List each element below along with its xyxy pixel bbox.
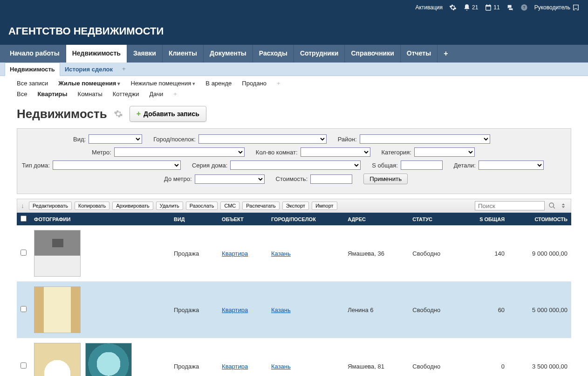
filter-row-1-item-2[interactable]: Нежилые помещения: [130, 80, 195, 87]
table-row: ПродажаКвартираКазаньЯмашева, 36Свободно…: [17, 225, 571, 282]
toolbar-btn-0[interactable]: Редактировать: [29, 202, 72, 210]
toolbar-btn-5[interactable]: СМС: [220, 202, 239, 210]
subnav-tab-0[interactable]: Недвижимость: [5, 63, 60, 76]
subnav-tab-1[interactable]: История сделок: [60, 63, 117, 76]
nav-tab-0[interactable]: Начало работы: [4, 45, 66, 63]
city-link[interactable]: Казань: [271, 306, 291, 313]
city-select[interactable]: [198, 134, 327, 144]
details-select[interactable]: [479, 160, 544, 170]
toolbar-btn-2[interactable]: Архивировать: [112, 202, 153, 210]
nav-tab-7[interactable]: Справочники: [345, 45, 400, 63]
row-checkbox[interactable]: [21, 362, 27, 369]
add-record-button[interactable]: +Добавить запись: [130, 106, 206, 122]
district-select[interactable]: [360, 134, 490, 144]
subnav-add[interactable]: +: [117, 63, 130, 76]
row-checkbox[interactable]: [21, 306, 27, 312]
nav-tab-4[interactable]: Документы: [204, 45, 253, 63]
filter-row-2-item-1[interactable]: Квартиры: [37, 91, 67, 97]
page-settings-icon[interactable]: [114, 109, 123, 118]
col-2[interactable]: ВИД: [170, 213, 218, 225]
filter-row-1-item-4[interactable]: Продано: [242, 80, 267, 87]
header-top-right: Активация 21 11 ? Руководитель: [415, 4, 580, 11]
filter-row-1-add[interactable]: +: [277, 80, 280, 87]
search-form: Вид: Город/поселок: Район: Метро: Кол-во…: [17, 128, 571, 194]
obj-link[interactable]: Квартира: [222, 250, 248, 257]
sort-icon[interactable]: [560, 202, 567, 210]
col-4[interactable]: ГОРОД/ПОСЕЛОК: [267, 213, 344, 225]
select-arrow-icon[interactable]: ↓: [21, 202, 24, 209]
grid-search-input[interactable]: [475, 201, 545, 210]
table-row: ПродажаКвартираКазаньЛенина 6Свободно605…: [17, 282, 571, 338]
apply-button[interactable]: Применить: [363, 174, 408, 184]
photo-thumb[interactable]: [34, 286, 81, 333]
filter-row-2: ВсеКвартирыКомнатыКоттеджиДачи+: [0, 87, 588, 97]
obj-link[interactable]: Квартира: [222, 363, 248, 370]
bell-icon[interactable]: 21: [463, 4, 478, 11]
rooms-select[interactable]: [301, 147, 370, 157]
col-7[interactable]: S ОБЩАЯ: [461, 213, 509, 225]
settings-icon[interactable]: [449, 4, 457, 11]
nav-tab-1[interactable]: Недвижимость: [66, 45, 127, 63]
toolbar-btn-4[interactable]: Разослать: [186, 202, 218, 210]
s-total-input[interactable]: [401, 160, 443, 170]
photo-thumb[interactable]: [34, 343, 81, 376]
filter-row-1-item-1[interactable]: Жилые помещения: [58, 80, 120, 87]
photo-thumb[interactable]: [85, 343, 132, 376]
user-menu[interactable]: Руководитель: [534, 4, 580, 11]
col-8[interactable]: СТОИМОСТЬ: [508, 213, 571, 225]
plus-icon: +: [137, 110, 141, 118]
filter-row-1-item-3[interactable]: В аренде: [205, 80, 232, 87]
help-icon[interactable]: ?: [520, 4, 528, 11]
filter-row-2-item-3[interactable]: Коттеджи: [113, 91, 139, 97]
main-nav: Начало работыНедвижимостьЗаявкиКлиентыДо…: [0, 45, 588, 63]
brand-title: АГЕНТСТВО НЕДВИЖИМОСТИ: [0, 15, 588, 45]
house-series-select[interactable]: [230, 160, 361, 170]
metro-select[interactable]: [114, 147, 245, 157]
category-select[interactable]: [414, 147, 475, 157]
col-6[interactable]: СТАТУС: [409, 213, 460, 225]
house-type-select[interactable]: [53, 160, 181, 170]
price-input[interactable]: [310, 174, 352, 184]
filter-row-2-item-0[interactable]: Все: [17, 91, 27, 97]
toolbar-btn-6[interactable]: Распечатать: [242, 202, 279, 210]
toolbar-btn-7[interactable]: Экспорт: [282, 202, 309, 210]
select-all-checkbox[interactable]: [21, 216, 27, 222]
table-row: ПродажаКвартираКазаньЯмашева, 81Свободно…: [17, 338, 571, 376]
data-table: ФОТОГРАФИИВИДОБЪЕКТГОРОД/ПОСЕЛОКАДРЕССТА…: [17, 213, 571, 376]
toolbar-btn-8[interactable]: Импорт: [312, 202, 337, 210]
col-1[interactable]: ФОТОГРАФИИ: [30, 213, 170, 225]
sub-nav: НедвижимостьИстория сделок+: [0, 63, 588, 76]
filter-row-2-item-2[interactable]: Комнаты: [78, 91, 103, 97]
col-5[interactable]: АДРЕС: [344, 213, 409, 225]
obj-link[interactable]: Квартира: [222, 306, 248, 313]
to-metro-select[interactable]: [195, 174, 265, 184]
activation-link[interactable]: Активация: [415, 4, 443, 11]
filter-row-1-item-0[interactable]: Все записи: [17, 80, 48, 87]
row-checkbox[interactable]: [21, 250, 27, 256]
svg-text:?: ?: [523, 5, 525, 10]
nav-tab-3[interactable]: Клиенты: [163, 45, 204, 63]
filter-row-2-item-4[interactable]: Дачи: [150, 91, 164, 97]
photo-thumb[interactable]: [34, 230, 81, 277]
filter-row-2-add[interactable]: +: [173, 91, 177, 97]
col-0[interactable]: [17, 213, 30, 225]
vid-select[interactable]: [89, 134, 142, 144]
chat-icon[interactable]: [506, 4, 514, 11]
filter-row-1: Все записиЖилые помещенияНежилые помещен…: [0, 76, 588, 87]
toolbar-btn-3[interactable]: Удалить: [156, 202, 183, 210]
toolbar-btn-1[interactable]: Копировать: [75, 202, 109, 210]
city-link[interactable]: Казань: [271, 363, 291, 370]
nav-tab-2[interactable]: Заявки: [127, 45, 163, 63]
nav-tab-8[interactable]: Отчеты: [401, 45, 438, 63]
nav-tab-5[interactable]: Расходы: [253, 45, 294, 63]
nav-add-tab[interactable]: +: [438, 45, 454, 63]
city-link[interactable]: Казань: [271, 250, 291, 257]
page-title: Недвижимость: [17, 107, 107, 121]
search-icon[interactable]: [548, 202, 556, 210]
nav-tab-6[interactable]: Сотрудники: [294, 45, 345, 63]
col-3[interactable]: ОБЪЕКТ: [218, 213, 267, 225]
grid-toolbar: ↓ РедактироватьКопироватьАрхивироватьУда…: [17, 199, 571, 213]
calendar-icon[interactable]: 11: [485, 4, 499, 11]
